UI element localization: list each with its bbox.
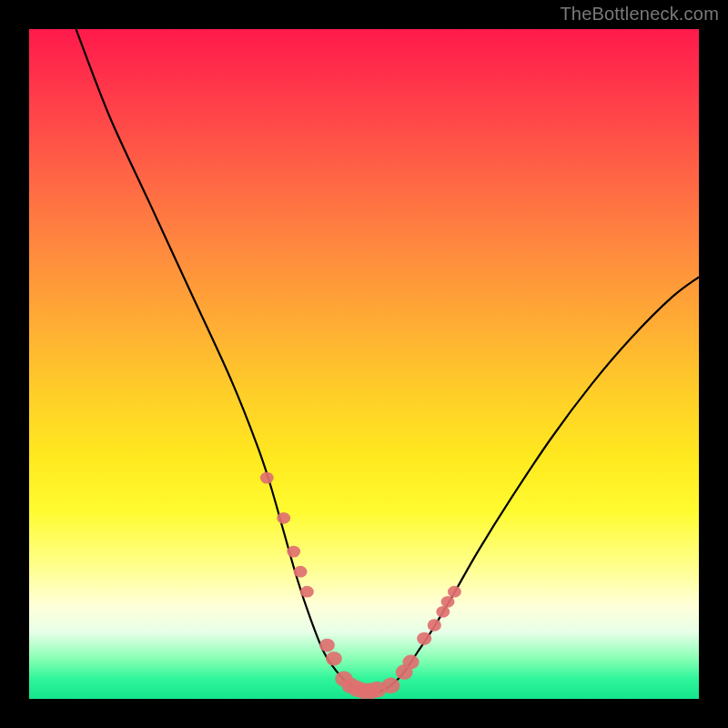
marker-dot — [436, 606, 450, 618]
curve-svg — [29, 29, 699, 699]
marker-dot — [326, 652, 342, 666]
marker-dot — [260, 472, 274, 484]
marker-dots — [260, 472, 461, 699]
main-curve — [76, 29, 700, 693]
marker-dot — [294, 566, 308, 578]
watermark-text: TheBottleneck.com — [560, 4, 719, 25]
marker-dot — [417, 632, 431, 645]
marker-dot — [381, 678, 399, 693]
marker-dot — [319, 639, 335, 652]
chart-frame: TheBottleneck.com — [0, 0, 728, 728]
marker-dot — [287, 546, 300, 558]
marker-dot — [277, 512, 290, 524]
curve-line — [76, 29, 700, 693]
marker-dot — [300, 586, 314, 598]
marker-dot — [428, 619, 441, 631]
marker-dot — [402, 655, 419, 670]
plot-area — [29, 29, 699, 699]
marker-dot — [441, 596, 455, 608]
marker-dot — [448, 586, 461, 598]
